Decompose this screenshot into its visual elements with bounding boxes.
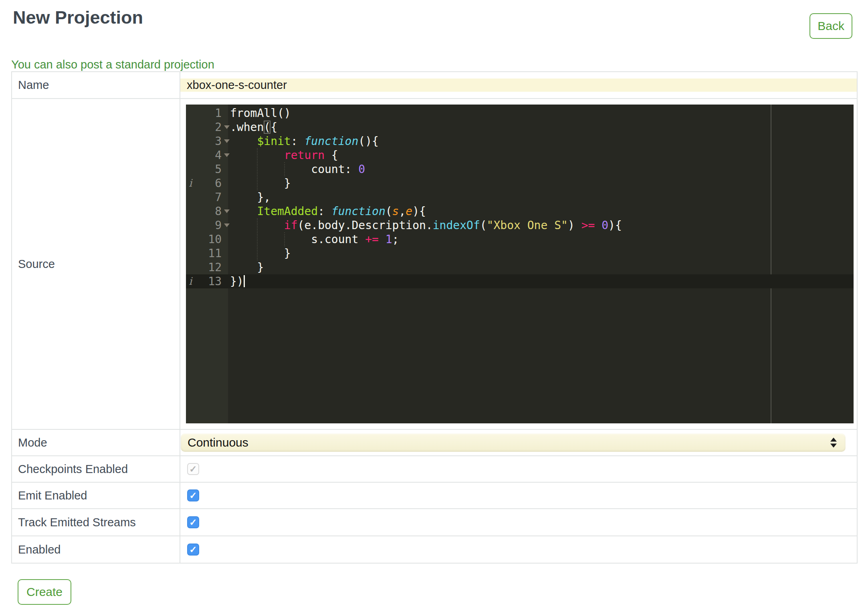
editor-gutter: 123456i78910111213i xyxy=(186,105,228,423)
gutter-line-9: 9 xyxy=(186,218,228,232)
checkbox-checkpoints-enabled: ✓ xyxy=(187,463,199,475)
line-number: 5 xyxy=(215,163,222,176)
page-title: New Projection xyxy=(13,7,868,28)
form-row-source: Source123456i78910111213ifromAll().when(… xyxy=(12,99,857,429)
mode-select-value: Continuous xyxy=(181,436,248,449)
editor-text-area: fromAll().when({ $init: function(){ retu… xyxy=(228,105,854,423)
gutter-line-7: 7 xyxy=(186,190,228,204)
create-button[interactable]: Create xyxy=(18,579,71,605)
row-label-emit-enabled: Emit Enabled xyxy=(12,482,180,509)
line-number: 11 xyxy=(208,247,222,260)
form-row-checkpoints-enabled: Checkpoints Enabled✓ xyxy=(12,456,857,482)
checkmark-icon: ✓ xyxy=(189,518,197,527)
row-label-name: Name xyxy=(12,72,180,99)
code-line-13: }) xyxy=(228,274,854,288)
info-annotation-icon: i xyxy=(189,176,192,190)
gutter-line-8: 8 xyxy=(186,204,228,218)
checkbox-enabled[interactable]: ✓ xyxy=(187,544,199,556)
code-line-4: return { xyxy=(228,148,854,162)
form-row-emit-enabled: Emit Enabled✓ xyxy=(12,482,857,509)
checkbox-track-emitted-streams[interactable]: ✓ xyxy=(187,516,199,528)
source-code-editor[interactable]: 123456i78910111213ifromAll().when({ $ini… xyxy=(186,105,854,423)
checkmark-icon: ✓ xyxy=(189,491,197,500)
line-number: 8 xyxy=(215,205,222,218)
form-row-track-emitted-streams: Track Emitted Streams✓ xyxy=(12,509,857,536)
gutter-line-6: 6i xyxy=(186,176,228,190)
checkbox-emit-enabled[interactable]: ✓ xyxy=(187,489,199,501)
checkmark-icon: ✓ xyxy=(189,545,197,554)
name-input[interactable] xyxy=(180,79,857,92)
code-line-3: $init: function(){ xyxy=(228,134,854,148)
back-button[interactable]: Back xyxy=(809,13,852,39)
code-line-2: .when({ xyxy=(228,120,854,134)
gutter-line-10: 10 xyxy=(186,232,228,246)
row-value-track-emitted-streams: ✓ xyxy=(180,509,857,536)
line-number: 2 xyxy=(215,121,222,134)
code-line-5: count: 0 xyxy=(228,162,854,176)
select-arrows-icon xyxy=(830,438,837,448)
checkmark-icon: ✓ xyxy=(189,465,197,474)
indent-guide xyxy=(284,232,285,246)
code-line-6: } xyxy=(228,176,854,190)
row-value-name xyxy=(180,72,857,99)
mode-select[interactable]: Continuous xyxy=(181,433,846,452)
code-line-10: s.count += 1; xyxy=(228,232,854,246)
text-cursor xyxy=(244,275,245,287)
gutter-line-3: 3 xyxy=(186,134,228,148)
row-value-checkpoints-enabled: ✓ xyxy=(180,456,857,482)
gutter-line-4: 4 xyxy=(186,148,228,162)
code-line-9: if(e.body.Description.indexOf("Xbox One … xyxy=(228,218,854,232)
code-line-8: ItemAdded: function(s,e){ xyxy=(228,204,854,218)
row-label-enabled: Enabled xyxy=(12,536,180,563)
line-number: 13 xyxy=(208,275,222,288)
code-line-12: } xyxy=(228,260,854,274)
row-value-emit-enabled: ✓ xyxy=(180,482,857,509)
line-number: 10 xyxy=(208,233,222,246)
gutter-line-2: 2 xyxy=(186,120,228,134)
row-label-source: Source xyxy=(12,99,180,429)
row-label-mode: Mode xyxy=(12,429,180,456)
row-label-checkpoints-enabled: Checkpoints Enabled xyxy=(12,456,180,482)
standard-projection-link[interactable]: You can also post a standard projection xyxy=(11,58,214,71)
gutter-line-12: 12 xyxy=(186,260,228,274)
indent-guide xyxy=(257,148,258,190)
indent-guide xyxy=(257,218,258,260)
row-label-track-emitted-streams: Track Emitted Streams xyxy=(12,509,180,536)
gutter-line-13: 13i xyxy=(186,274,228,288)
line-number: 6 xyxy=(215,177,222,190)
code-line-11: } xyxy=(228,246,854,260)
projection-form-table: NameSource123456i78910111213ifromAll().w… xyxy=(11,71,858,564)
code-line-7: }, xyxy=(228,190,854,204)
gutter-line-5: 5 xyxy=(186,162,228,176)
line-number: 3 xyxy=(215,135,222,148)
code-line-1: fromAll() xyxy=(228,106,854,120)
form-row-enabled: Enabled✓ xyxy=(12,536,857,563)
row-value-enabled: ✓ xyxy=(180,536,857,563)
form-row-name: Name xyxy=(12,72,857,99)
info-annotation-icon: i xyxy=(189,274,192,288)
line-number: 12 xyxy=(208,261,222,274)
line-number: 7 xyxy=(215,191,222,204)
indent-guide xyxy=(284,162,285,176)
form-row-mode: ModeContinuous xyxy=(12,429,857,456)
line-number: 1 xyxy=(215,107,222,120)
page-header: New Projection Back xyxy=(0,7,868,43)
line-number: 4 xyxy=(215,149,222,162)
row-value-source: 123456i78910111213ifromAll().when({ $ini… xyxy=(180,99,857,429)
gutter-line-11: 11 xyxy=(186,246,228,260)
row-value-mode: Continuous xyxy=(180,429,857,456)
gutter-line-1: 1 xyxy=(186,106,228,120)
line-number: 9 xyxy=(215,219,222,232)
